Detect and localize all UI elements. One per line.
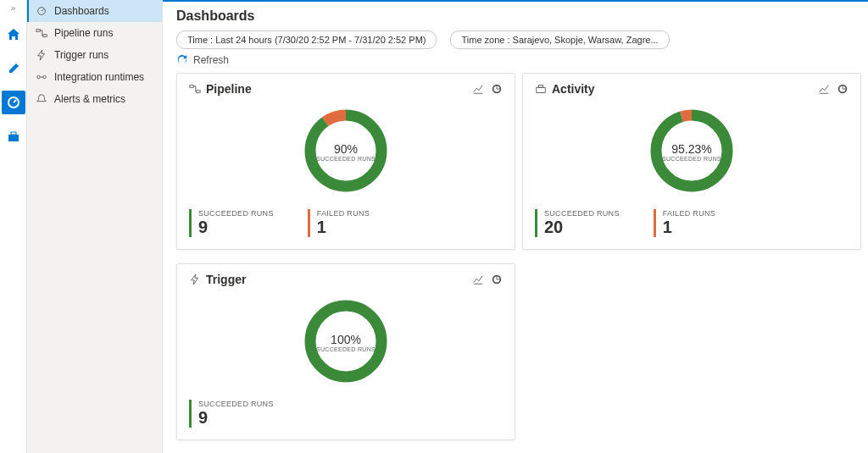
sidebar-item-pipeline-runs[interactable]: Pipeline runs [27,22,162,44]
svg-rect-13 [537,87,546,92]
donut-wrap: 90% SUCCEEDED RUNS [189,99,503,204]
stat-label: SUCCEEDED RUNS [198,400,274,408]
sidebar-item-label: Integration runtimes [54,71,144,83]
donut-chart-icon[interactable] [837,83,849,95]
sidebar-item-dashboards[interactable]: Dashboards [27,0,162,22]
pencil-icon [7,62,20,75]
stats-row: SUCCEEDED RUNS 20 FAILED RUNS 1 [535,204,849,237]
svg-rect-8 [190,86,193,88]
donut-percent: 95.23% [662,142,721,156]
rail-home[interactable] [2,23,25,47]
stat-value: 1 [663,218,715,237]
svg-point-7 [43,75,47,79]
svg-rect-4 [36,30,40,32]
stat-label: FAILED RUNS [317,209,370,218]
filter-row: Time : Last 24 hours (7/30/20 2:52 PM - … [176,30,854,49]
card-title-text: Trigger [206,273,246,286]
stat-value: 1 [317,218,370,237]
card-header: Pipeline [189,82,503,96]
cards-grid: Pipeline 90% SUCCEEDED RUNS SUCCEEDED RU… [176,73,854,440]
stats-row: SUCCEEDED RUNS 9 FAILED RUNS 1 [189,204,503,237]
svg-rect-2 [11,132,16,135]
donut-percent: 90% [316,142,376,156]
pipeline-icon [189,83,201,95]
pipeline-icon [36,27,47,39]
sidebar-item-label: Dashboards [54,5,109,17]
time-filter-pill[interactable]: Time : Last 24 hours (7/30/20 2:52 PM - … [176,30,437,49]
card-pipeline: Pipeline 90% SUCCEEDED RUNS SUCCEEDED RU… [176,73,515,250]
stat-value: 20 [544,218,620,237]
timezone-filter-pill[interactable]: Time zone : Sarajevo, Skopje, Warsaw, Za… [450,30,669,49]
stat-label: SUCCEEDED RUNS [544,209,620,218]
rail-manage[interactable] [2,124,25,148]
card-title-text: Pipeline [206,82,252,96]
sidebar-item-alerts-metrics[interactable]: Alerts & metrics [27,88,162,110]
card-title: Pipeline [189,82,252,96]
stats-row: SUCCEEDED RUNS 9 [189,395,503,428]
card-actions [472,83,503,95]
card-header: Trigger [189,273,503,286]
svg-rect-5 [43,35,47,37]
donut-chart-icon[interactable] [491,83,503,95]
stat-succ: SUCCEEDED RUNS 9 [189,209,274,237]
donut-wrap: 95.23% SUCCEEDED RUNS [535,99,849,204]
refresh-label: Refresh [193,54,229,66]
bell-icon [36,93,47,105]
card-title-text: Activity [552,82,595,96]
stat-value: 9 [198,218,274,237]
donut-chart-icon[interactable] [491,273,503,285]
donut-center: 100% SUCCEEDED RUNS [316,333,376,352]
gauge-icon [7,96,20,109]
donut-sublabel: SUCCEEDED RUNS [316,346,376,352]
svg-rect-1 [8,135,19,141]
card-activity: Activity 95.23% SUCCEEDED RUNS SUCCEEDED… [522,73,861,250]
main-content: Dashboards Time : Last 24 hours (7/30/20… [163,0,868,453]
line-chart-icon[interactable] [472,83,484,95]
stat-value: 9 [198,408,274,428]
rail-monitor[interactable] [2,91,25,114]
briefcase-icon [535,83,547,95]
svg-rect-9 [197,91,200,93]
donut-center: 95.23% SUCCEEDED RUNS [662,142,721,162]
integration-icon [36,71,47,83]
page-title: Dashboards [176,8,854,24]
donut-sublabel: SUCCEEDED RUNS [662,156,721,162]
card-trigger: Trigger 100% SUCCEEDED RUNS SUCCEEDED RU… [176,263,515,440]
sidebar-item-trigger-runs[interactable]: Trigger runs [27,44,162,66]
svg-point-6 [37,75,41,79]
toolbox-icon [7,130,20,143]
bolt-icon [36,49,47,61]
stat-label: FAILED RUNS [663,209,715,218]
donut-sublabel: SUCCEEDED RUNS [316,156,376,162]
refresh-button[interactable]: Refresh [176,54,854,66]
donut-percent: 100% [316,333,376,346]
card-title: Trigger [189,273,246,286]
stat-fail: FAILED RUNS 1 [308,209,370,237]
gauge-icon [36,5,47,17]
refresh-icon [176,54,188,66]
line-chart-icon[interactable] [472,273,484,285]
sidebar-item-integration-runtimes[interactable]: Integration runtimes [27,66,162,88]
card-actions [818,83,849,95]
sidebar: Dashboards Pipeline runs Trigger runs In… [27,0,163,453]
line-chart-icon[interactable] [818,83,830,95]
expand-icon[interactable]: » [11,3,16,13]
sidebar-item-label: Pipeline runs [54,27,113,39]
stat-succ: SUCCEEDED RUNS 9 [189,400,274,428]
rail-author[interactable] [2,57,25,80]
stat-succ: SUCCEEDED RUNS 20 [535,209,620,237]
card-title: Activity [535,82,595,96]
donut-wrap: 100% SUCCEEDED RUNS [189,290,503,395]
card-header: Activity [535,82,849,96]
home-icon [7,28,20,41]
donut-center: 90% SUCCEEDED RUNS [316,142,376,162]
stat-label: SUCCEEDED RUNS [198,209,274,218]
svg-rect-14 [538,86,542,88]
sidebar-item-label: Alerts & metrics [54,93,125,105]
bolt-icon [189,273,201,285]
icon-rail: » [0,0,27,453]
card-actions [472,273,503,285]
sidebar-item-label: Trigger runs [54,49,108,61]
stat-fail: FAILED RUNS 1 [654,209,715,237]
